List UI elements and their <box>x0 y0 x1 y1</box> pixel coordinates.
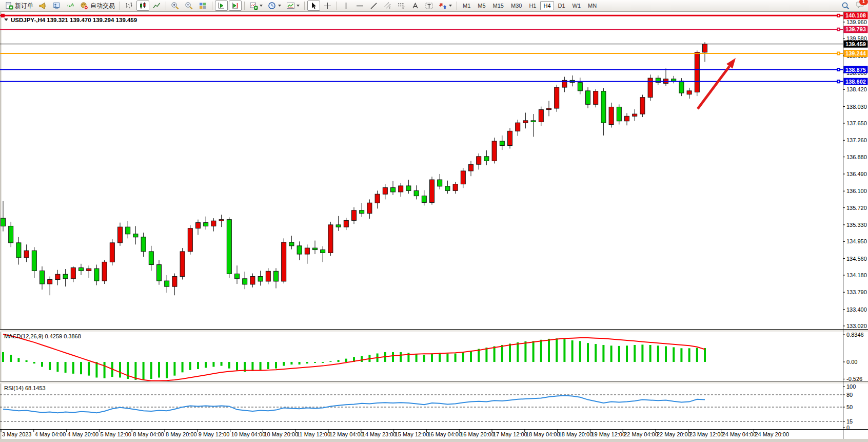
macd-histogram-bar <box>688 348 691 362</box>
macd-histogram-bar <box>49 362 51 370</box>
new-order-button[interactable]: 新订单 <box>3 1 35 11</box>
cursor-button[interactable] <box>307 1 320 11</box>
candle-body <box>219 220 224 221</box>
macd-histogram-bar <box>673 347 675 362</box>
zoom-in-icon <box>171 2 180 10</box>
templates-button[interactable] <box>284 1 302 11</box>
macd-histogram-bar <box>455 353 457 362</box>
macd-histogram-bar <box>556 338 558 362</box>
channel-tool-button[interactable] <box>381 1 394 11</box>
indicators-button[interactable] <box>247 1 265 11</box>
hline-handle[interactable] <box>1 14 5 17</box>
trend-arrow[interactable] <box>698 66 729 109</box>
rsi-tick-label: 0 <box>846 425 850 431</box>
toolbar-separator <box>120 2 120 10</box>
text-tool-button[interactable] <box>409 1 422 11</box>
tf-button-W1[interactable]: W1 <box>569 1 584 10</box>
crosshair-icon <box>323 2 332 10</box>
hline-handle-dot <box>838 53 839 54</box>
hline-handle-dot <box>838 29 839 30</box>
tf-button-MN[interactable]: MN <box>585 1 600 10</box>
chart-shift-button[interactable] <box>229 1 242 11</box>
zoom-out-button[interactable] <box>183 1 195 11</box>
candle-body <box>594 91 598 105</box>
macd-histogram-bar <box>56 362 58 372</box>
tf-button-D1[interactable]: D1 <box>555 1 568 10</box>
candle-body <box>625 116 629 121</box>
candlestick-icon <box>139 2 147 10</box>
price-tick-label: 137.650 <box>846 120 867 126</box>
tile-windows-button[interactable] <box>196 1 209 11</box>
auto-scroll-button[interactable] <box>215 1 228 11</box>
time-tick-label: 16 May 04:00 <box>427 431 462 437</box>
autotrading-button[interactable]: 自动交易 <box>78 1 117 11</box>
notifications-button[interactable]: 1 <box>856 1 865 11</box>
arrows-tool-button[interactable] <box>437 1 454 11</box>
horizontal-line-tool-button[interactable] <box>353 1 366 11</box>
macd-histogram-bar <box>166 362 168 378</box>
pane-divider[interactable] <box>0 381 868 383</box>
price-tick-label: 135.720 <box>846 205 867 211</box>
macd-histogram-bar <box>158 362 160 377</box>
macd-histogram-bar <box>306 362 308 363</box>
text-label-tool-button[interactable] <box>423 1 436 11</box>
macd-histogram-bar <box>361 356 363 362</box>
tf-button-M30[interactable]: M30 <box>508 1 525 10</box>
time-tick-label: 23 May 12:00 <box>689 431 724 437</box>
macd-histogram-bar <box>423 355 425 362</box>
bar-chart-button[interactable] <box>123 1 135 11</box>
macd-histogram-bar <box>431 353 433 362</box>
rsi-tick-label: 15 <box>846 418 853 425</box>
candle-body <box>648 78 653 98</box>
tile-windows-icon <box>199 2 207 10</box>
macd-histogram-bar <box>267 362 269 369</box>
tf-button-M1[interactable]: M1 <box>460 1 474 10</box>
vertical-line-tool-button[interactable] <box>340 1 352 11</box>
crosshair-button[interactable] <box>321 1 334 11</box>
periods-button[interactable] <box>266 1 283 11</box>
dropdown-caret-icon <box>260 5 263 7</box>
macd-histogram-bar <box>189 362 191 370</box>
candlestick-series <box>1 42 707 295</box>
macd-histogram-bar <box>571 340 574 362</box>
candle-body <box>204 223 208 226</box>
market-watch-button[interactable] <box>36 1 49 11</box>
pane-divider[interactable] <box>0 330 868 332</box>
chart-shift-icon <box>231 2 240 10</box>
candlestick-chart-button[interactable] <box>136 1 149 11</box>
macd-histogram-bar <box>228 362 230 369</box>
tf-button-M15[interactable]: M15 <box>490 1 507 10</box>
rsi-tick-label: 80 <box>846 392 853 398</box>
text-label-icon <box>425 2 433 10</box>
line-chart-button[interactable] <box>150 1 163 11</box>
terminal-button[interactable] <box>50 1 63 11</box>
candle-body <box>63 274 68 279</box>
candle-body <box>523 121 528 123</box>
autotrading-label: 自动交易 <box>90 2 115 10</box>
tf-button-M5[interactable]: M5 <box>475 1 488 10</box>
time-tick-label: 22 May 04:00 <box>624 431 658 437</box>
fibonacci-tool-button[interactable] <box>395 1 408 11</box>
autotrading-icon <box>80 2 89 10</box>
search-button[interactable] <box>839 1 852 11</box>
candle-body <box>703 44 707 52</box>
candle-body <box>289 242 294 246</box>
bar-chart-icon <box>125 2 133 10</box>
chart-window[interactable]: 139.960139.580139.190138.800138.420138.0… <box>0 12 868 442</box>
candle-body <box>250 277 255 284</box>
time-tick-label: 22 May 20:00 <box>657 431 691 437</box>
time-tick-label: 15 May 12:00 <box>395 431 429 437</box>
time-tick-label: 12 May 04:00 <box>329 431 364 437</box>
candle-body <box>141 237 146 252</box>
tf-button-H4[interactable]: H4 <box>540 1 554 10</box>
trendline-tool-button[interactable] <box>367 1 380 11</box>
macd-histogram-bar <box>182 362 184 372</box>
macd-histogram-bar <box>478 349 480 362</box>
zoom-in-button[interactable] <box>169 1 182 11</box>
macd-histogram-bar <box>2 352 4 362</box>
signals-button[interactable] <box>64 1 77 11</box>
macd-histogram-bar <box>532 341 535 362</box>
signal-icon <box>66 2 75 10</box>
symbol-collapse-icon[interactable] <box>4 18 8 21</box>
tf-button-H1[interactable]: H1 <box>526 1 539 10</box>
